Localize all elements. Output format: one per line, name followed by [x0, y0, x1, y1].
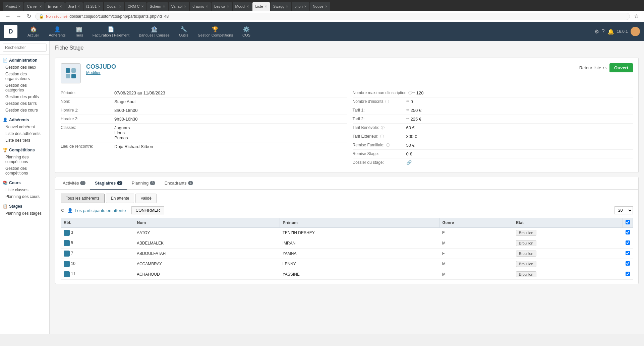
browser-tab[interactable]: Swagg✕: [271, 2, 291, 11]
row-checkbox[interactable]: [626, 240, 630, 245]
header-nav-item-tiers[interactable]: 🏢Tiers: [70, 23, 88, 40]
tab-planning[interactable]: Planning 3: [127, 177, 160, 190]
modifier-link[interactable]: Modifier: [86, 70, 574, 75]
row-checkbox[interactable]: [626, 261, 630, 266]
tab-close-icon[interactable]: ✕: [286, 5, 288, 8]
search-input[interactable]: [3, 44, 47, 52]
sidebar-item-gestion-des-profils[interactable]: Gestion des profils: [3, 93, 47, 100]
browser-tab[interactable]: (1.281✕: [83, 2, 103, 11]
tab-close-icon[interactable]: ✕: [206, 5, 208, 8]
browser-tab[interactable]: Erreur✕: [45, 2, 65, 11]
tab-badge: 2: [117, 181, 122, 185]
sidebar-item-gestion-des-cours[interactable]: Gestion des cours: [3, 107, 47, 114]
browser-tab[interactable]: Variabl✕: [169, 2, 189, 11]
status-button[interactable]: Ouvert: [609, 63, 633, 72]
select-all-checkbox[interactable]: [626, 220, 630, 224]
tab-activités[interactable]: Activités 1: [58, 177, 90, 190]
sidebar-item-gestion-des-organisateurs[interactable]: Gestion des organisateurs: [3, 71, 47, 82]
sidebar-item-gestion-des-lieux[interactable]: Gestion des lieux: [3, 64, 47, 71]
confirm-button[interactable]: CONFIRMER: [131, 206, 165, 214]
address-text[interactable]: dolibarr.cosjudo/custom/cos/php/particip…: [69, 14, 626, 19]
filter-btn-tous-les-adherents[interactable]: Tous les adhérents: [61, 194, 105, 203]
row-checkbox[interactable]: [626, 251, 630, 255]
tab-close-icon[interactable]: ✕: [227, 5, 229, 8]
edit-icon[interactable]: ✏: [406, 117, 409, 121]
checkbox-cell[interactable]: [623, 228, 633, 238]
checkbox-cell[interactable]: [623, 249, 633, 259]
tab-close-icon[interactable]: ✕: [304, 5, 307, 8]
sidebar-item-gestion-des-tarifs[interactable]: Gestion des tarifs: [3, 100, 47, 107]
header-nav-item-cos[interactable]: ⚙️COS: [238, 23, 255, 40]
browser-tab[interactable]: Project✕: [3, 2, 23, 11]
alert-icon[interactable]: 🔔: [607, 28, 614, 35]
header-nav-item-gestion-compétitions[interactable]: 🏆Gestion Compétitions: [193, 23, 238, 40]
browser-tab[interactable]: Modul✕: [233, 2, 252, 11]
browser-tab[interactable]: CRM C✕: [125, 2, 146, 11]
browser-tab[interactable]: Coda I✕: [104, 2, 124, 11]
browser-tab[interactable]: Les ca✕: [212, 2, 232, 11]
table-th-[interactable]: [623, 218, 633, 228]
star-button[interactable]: ☆: [633, 12, 640, 20]
browser-tab[interactable]: Schém✕: [147, 2, 168, 11]
header-nav-item-adhérents[interactable]: 👤Adhérents: [44, 23, 70, 40]
refresh-button[interactable]: ↻: [25, 12, 33, 20]
sidebar-item-liste-classes[interactable]: Liste classes: [3, 187, 47, 193]
filter-btn-valide[interactable]: Validé: [135, 194, 156, 203]
tab-close-icon[interactable]: ✕: [141, 5, 144, 8]
header-nav-item-banques--caisses[interactable]: 🏦Banques | Caisses: [134, 23, 174, 40]
forward-button[interactable]: →: [15, 13, 23, 20]
per-page-select[interactable]: 102050100: [614, 206, 633, 214]
tab-close-icon[interactable]: ✕: [246, 5, 249, 8]
sidebar-item-gestion-des-competitions[interactable]: Gestion des compétitions: [3, 165, 47, 177]
browser-tab[interactable]: Jira |✕: [65, 2, 83, 11]
edit-icon[interactable]: ✏: [406, 108, 409, 112]
browser-tab[interactable]: Liste✕: [252, 2, 270, 11]
app-logo[interactable]: D: [4, 25, 17, 38]
tab-stagiaires[interactable]: Stagiaires 2: [90, 177, 127, 190]
sidebar-item-planning-des-stages[interactable]: Planning des stages: [3, 210, 47, 217]
tab-close-icon[interactable]: ✕: [39, 5, 42, 8]
header-nav-item-facturation--paiement[interactable]: 📄Facturation | Paiement: [88, 23, 134, 40]
tab-encadrants[interactable]: Encadrants 4: [160, 177, 198, 190]
browser-tab[interactable]: Cahier✕: [24, 2, 44, 11]
tabs-section: Activités 1Stagiaires 2Planning 3Encadra…: [55, 177, 639, 284]
sidebar-item-planning-des-cours[interactable]: Planning des cours: [3, 193, 47, 200]
tab-close-icon[interactable]: ✕: [59, 5, 62, 8]
sidebar-item-liste-des-tiers[interactable]: Liste des tiers: [3, 137, 47, 144]
filter-btn-en-attente[interactable]: En attente: [106, 194, 134, 203]
sidebar-item-gestion-des-categories[interactable]: Gestion des catégories: [3, 82, 47, 93]
tab-close-icon[interactable]: ✕: [119, 5, 121, 8]
nom-cell: ACHAHOUD: [134, 269, 280, 280]
edit-icon[interactable]: ✏: [412, 90, 415, 95]
checkbox-cell[interactable]: [623, 259, 633, 269]
tab-close-icon[interactable]: ✕: [325, 5, 328, 8]
header-nav-item-outils[interactable]: 🔧Outils: [174, 23, 193, 40]
retour-button[interactable]: Retour liste ‹ ›: [579, 65, 607, 70]
tab-close-icon[interactable]: ✕: [265, 5, 267, 8]
user-avatar[interactable]: [631, 27, 640, 36]
tab-close-icon[interactable]: ✕: [184, 5, 186, 8]
link-icon[interactable]: 🔗: [406, 160, 412, 165]
row-checkbox[interactable]: [626, 230, 630, 234]
browser-tab[interactable]: php-i✕: [292, 2, 309, 11]
row-checkbox[interactable]: [626, 272, 630, 276]
checkbox-cell[interactable]: [623, 269, 633, 280]
sidebar-item-planning-des-competitions[interactable]: Planning des compétitions: [3, 154, 47, 165]
back-button[interactable]: ←: [4, 13, 12, 20]
sidebar-item-nouvel-adherent[interactable]: Nouvel adhérent: [3, 124, 47, 130]
tab-close-icon[interactable]: ✕: [77, 5, 80, 8]
browser-tab[interactable]: draw.io✕: [190, 2, 211, 11]
header-nav-item-accueil[interactable]: 🏠Accueil: [23, 23, 44, 40]
tab-close-icon[interactable]: ✕: [163, 5, 165, 8]
settings-icon[interactable]: ⚙: [594, 28, 599, 35]
edit-icon[interactable]: ✏: [406, 99, 409, 103]
tab-close-icon[interactable]: ✕: [18, 5, 21, 8]
tab-label: Coda I: [107, 4, 117, 8]
sidebar-item-liste-des-adherents[interactable]: Liste des adhérents: [3, 130, 47, 137]
tab-close-icon[interactable]: ✕: [98, 5, 101, 8]
genre-cell: F: [440, 228, 513, 238]
help-icon[interactable]: ?: [602, 28, 605, 34]
browser-tab[interactable]: Nouve✕: [310, 2, 330, 11]
checkbox-cell[interactable]: [623, 238, 633, 249]
etat-cell: Brouillon: [513, 269, 623, 280]
